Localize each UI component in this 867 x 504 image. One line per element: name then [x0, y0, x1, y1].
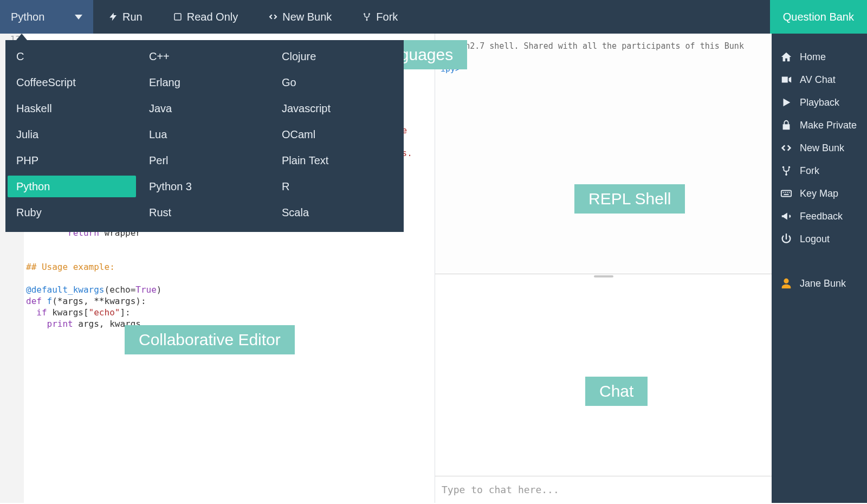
read-only-label: Read Only	[187, 11, 238, 23]
user-icon	[780, 277, 792, 289]
sidebar: HomeAV ChatPlaybackMake PrivateNew BunkF…	[772, 34, 867, 503]
dropdown-caret	[16, 34, 27, 40]
svg-rect-6	[784, 194, 788, 195]
run-label: Run	[122, 11, 143, 23]
language-option[interactable]: OCaml	[273, 124, 402, 145]
bolt-icon	[108, 12, 118, 22]
language-option[interactable]: Java	[140, 98, 269, 119]
svg-rect-5	[789, 192, 790, 193]
chat-input[interactable]: Type to chat here...	[435, 476, 772, 503]
bullhorn-icon	[780, 210, 792, 222]
sidebar-item-label: AV Chat	[800, 74, 836, 86]
sidebar-item-label: Home	[800, 51, 826, 63]
svg-rect-4	[787, 192, 788, 193]
fork-button[interactable]: Fork	[347, 0, 413, 34]
new-bunk-button[interactable]: New Bunk	[253, 0, 347, 34]
fork-icon	[780, 165, 792, 177]
language-option[interactable]: Lua	[140, 124, 269, 145]
run-button[interactable]: Run	[93, 0, 158, 34]
language-option[interactable]: Plain Text	[273, 150, 402, 171]
language-option[interactable]: CoffeeScript	[8, 72, 136, 93]
fork-label: Fork	[376, 11, 398, 23]
sidebar-item-label: New Bunk	[800, 143, 844, 154]
sidebar-item-label: Fork	[800, 165, 819, 177]
sidebar-user[interactable]: Jane Bunk	[772, 272, 867, 295]
code-icon	[780, 142, 792, 154]
language-option[interactable]: Go	[273, 72, 402, 93]
language-option[interactable]: Python	[8, 176, 136, 197]
square-icon	[173, 12, 183, 22]
svg-rect-1	[781, 191, 791, 197]
sidebar-item-home[interactable]: Home	[772, 46, 867, 68]
home-icon	[780, 51, 792, 63]
sidebar-item-new-bunk[interactable]: New Bunk	[772, 137, 867, 159]
language-option[interactable]: C	[8, 46, 136, 67]
language-option[interactable]: Python 3	[140, 176, 269, 197]
badge-repl: REPL Shell	[574, 184, 685, 214]
keyboard-icon	[780, 188, 792, 199]
right-column: Python2.7 shell. Shared with all the par…	[435, 34, 772, 503]
language-option[interactable]: Haskell	[8, 98, 136, 119]
sidebar-item-fork[interactable]: Fork	[772, 159, 867, 182]
pane-resize-handle[interactable]	[435, 274, 772, 279]
badge-editor: Collaborative Editor	[125, 325, 295, 354]
chevron-down-icon	[75, 15, 82, 20]
language-option[interactable]: Rust	[140, 202, 269, 223]
sidebar-item-make-private[interactable]: Make Private	[772, 114, 867, 137]
topbar-spacer	[413, 0, 769, 34]
svg-rect-2	[783, 192, 784, 193]
language-option[interactable]: Julia	[8, 124, 136, 145]
language-option[interactable]: Perl	[140, 150, 269, 171]
sidebar-item-logout[interactable]: Logout	[772, 228, 867, 250]
sidebar-item-playback[interactable]: Playback	[772, 91, 867, 114]
new-bunk-label: New Bunk	[282, 11, 332, 23]
sidebar-gap	[772, 250, 867, 272]
lock-icon	[780, 119, 792, 131]
language-option[interactable]: PHP	[8, 150, 136, 171]
question-bank-button[interactable]: Question Bank	[770, 0, 867, 34]
language-option[interactable]: R	[273, 176, 402, 197]
language-option[interactable]: Ruby	[8, 202, 136, 223]
sidebar-item-label: Logout	[800, 234, 830, 245]
sidebar-item-label: Make Private	[800, 120, 857, 131]
repl-prompt: ipy>	[441, 64, 766, 74]
language-dropdown[interactable]: CC++ClojureCoffeeScriptErlangGoHaskellJa…	[5, 40, 404, 232]
code-icon	[268, 12, 278, 22]
video-icon	[780, 74, 792, 86]
language-option[interactable]: C++	[140, 46, 269, 67]
repl-header: Python2.7 shell. Shared with all the par…	[441, 41, 766, 51]
repl-pane[interactable]: Python2.7 shell. Shared with all the par…	[435, 34, 772, 274]
sidebar-item-av-chat[interactable]: AV Chat	[772, 68, 867, 91]
language-select-label: Python	[11, 11, 44, 23]
language-option[interactable]: Clojure	[273, 46, 402, 67]
play-icon	[780, 96, 792, 108]
topbar: Python Run Read Only New Bunk Fork Quest…	[0, 0, 867, 34]
sidebar-item-label: Key Map	[800, 188, 838, 199]
sidebar-item-label: Feedback	[800, 211, 843, 222]
read-only-button[interactable]: Read Only	[158, 0, 254, 34]
badge-chat: Chat	[585, 377, 648, 406]
language-select[interactable]: Python	[0, 0, 93, 34]
language-option[interactable]: Javascript	[273, 98, 402, 119]
power-icon	[780, 233, 792, 245]
chat-placeholder: Type to chat here...	[442, 484, 559, 495]
svg-rect-3	[785, 192, 786, 193]
sidebar-item-key-map[interactable]: Key Map	[772, 182, 867, 205]
sidebar-user-name: Jane Bunk	[800, 278, 846, 289]
language-option[interactable]: Scala	[273, 202, 402, 223]
sidebar-item-feedback[interactable]: Feedback	[772, 205, 867, 228]
sidebar-item-label: Playback	[800, 97, 839, 108]
fork-icon	[362, 12, 372, 22]
svg-rect-0	[174, 14, 181, 20]
language-option[interactable]: Erlang	[140, 72, 269, 93]
question-bank-label: Question Bank	[783, 11, 854, 23]
